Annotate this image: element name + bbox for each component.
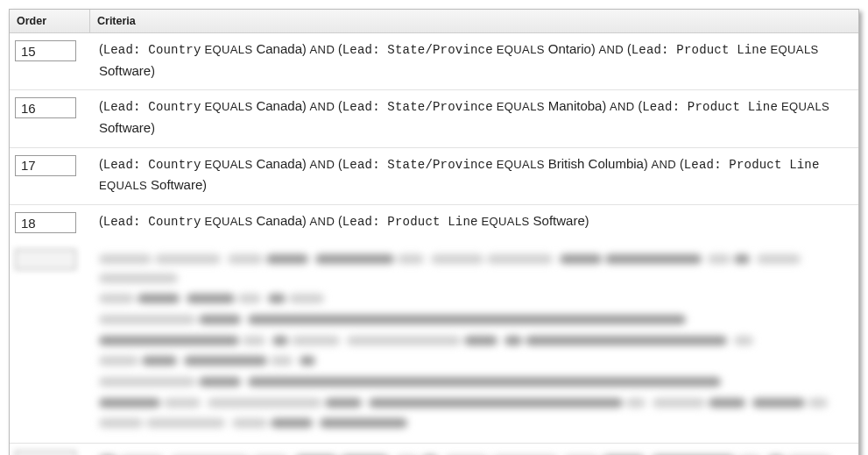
table-row: (Lead: Country EQUALS Canada) AND (Lead:… — [10, 90, 858, 147]
order-input[interactable] — [15, 97, 76, 118]
order-input-blurred[interactable] — [15, 249, 76, 270]
criteria-blurred — [90, 449, 853, 455]
criteria-text: (Lead: Country EQUALS Canada) AND (Lead:… — [90, 39, 853, 81]
criteria-text: (Lead: Country EQUALS Canada) AND (Lead:… — [90, 153, 853, 196]
criteria-blurred — [90, 247, 853, 434]
table-header: Order Criteria — [10, 10, 858, 33]
order-input-blurred[interactable] — [15, 451, 76, 455]
criteria-text: (Lead: Country EQUALS Canada) AND (Lead:… — [90, 210, 853, 232]
header-criteria: Criteria — [90, 10, 858, 32]
order-input[interactable] — [15, 155, 76, 176]
criteria-text: (Lead: Country EQUALS Canada) AND (Lead:… — [90, 96, 853, 138]
order-input[interactable] — [15, 212, 76, 233]
header-order: Order — [10, 10, 90, 32]
rules-table: Order Criteria (Lead: Country EQUALS Can… — [9, 9, 859, 455]
order-input[interactable] — [15, 40, 76, 61]
table-row: (Lead: Country EQUALS Canada) AND (Lead:… — [10, 148, 858, 205]
table-row-blurred — [10, 444, 858, 455]
table-row-blurred — [10, 242, 858, 444]
table-row: (Lead: Country EQUALS Canada) AND (Lead:… — [10, 33, 858, 90]
table-row: (Lead: Country EQUALS Canada) AND (Lead:… — [10, 205, 858, 242]
